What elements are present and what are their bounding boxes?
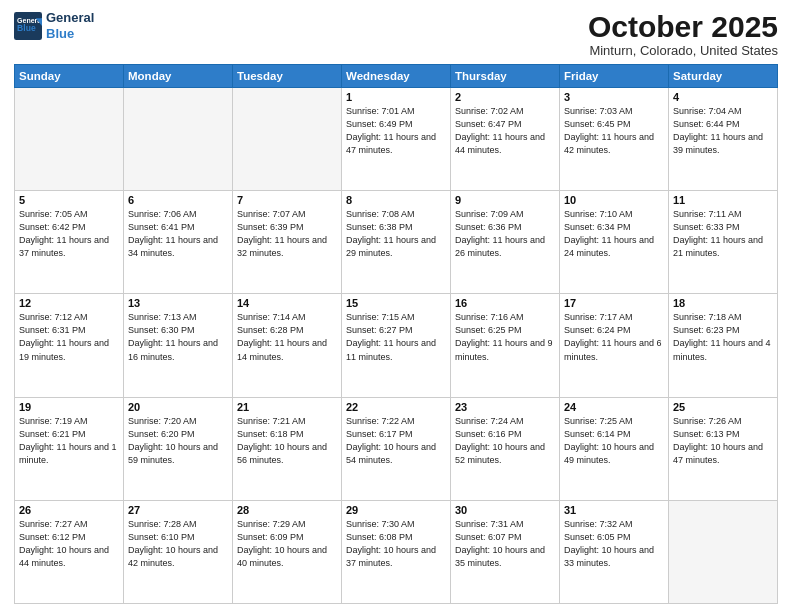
day-number: 28 — [237, 504, 337, 516]
weekday-header: Wednesday — [342, 65, 451, 88]
calendar-cell: 18Sunrise: 7:18 AMSunset: 6:23 PMDayligh… — [669, 294, 778, 397]
calendar-cell: 26Sunrise: 7:27 AMSunset: 6:12 PMDayligh… — [15, 500, 124, 603]
day-info: Sunrise: 7:19 AMSunset: 6:21 PMDaylight:… — [19, 415, 119, 467]
weekday-header: Friday — [560, 65, 669, 88]
day-number: 31 — [564, 504, 664, 516]
page: General Blue General Blue October 2025 M… — [0, 0, 792, 612]
day-info: Sunrise: 7:09 AMSunset: 6:36 PMDaylight:… — [455, 208, 555, 260]
day-info: Sunrise: 7:29 AMSunset: 6:09 PMDaylight:… — [237, 518, 337, 570]
svg-text:Blue: Blue — [17, 23, 36, 33]
calendar-week-row: 1Sunrise: 7:01 AMSunset: 6:49 PMDaylight… — [15, 88, 778, 191]
logo-icon: General Blue — [14, 12, 42, 40]
title-block: October 2025 Minturn, Colorado, United S… — [588, 10, 778, 58]
day-info: Sunrise: 7:27 AMSunset: 6:12 PMDaylight:… — [19, 518, 119, 570]
day-number: 20 — [128, 401, 228, 413]
weekday-header: Tuesday — [233, 65, 342, 88]
day-info: Sunrise: 7:25 AMSunset: 6:14 PMDaylight:… — [564, 415, 664, 467]
weekday-header: Sunday — [15, 65, 124, 88]
calendar-cell: 8Sunrise: 7:08 AMSunset: 6:38 PMDaylight… — [342, 191, 451, 294]
day-number: 16 — [455, 297, 555, 309]
day-number: 15 — [346, 297, 446, 309]
calendar-week-row: 19Sunrise: 7:19 AMSunset: 6:21 PMDayligh… — [15, 397, 778, 500]
calendar-week-row: 26Sunrise: 7:27 AMSunset: 6:12 PMDayligh… — [15, 500, 778, 603]
day-info: Sunrise: 7:32 AMSunset: 6:05 PMDaylight:… — [564, 518, 664, 570]
calendar-cell: 24Sunrise: 7:25 AMSunset: 6:14 PMDayligh… — [560, 397, 669, 500]
calendar-cell: 9Sunrise: 7:09 AMSunset: 6:36 PMDaylight… — [451, 191, 560, 294]
calendar-cell: 14Sunrise: 7:14 AMSunset: 6:28 PMDayligh… — [233, 294, 342, 397]
day-info: Sunrise: 7:13 AMSunset: 6:30 PMDaylight:… — [128, 311, 228, 363]
calendar-cell: 21Sunrise: 7:21 AMSunset: 6:18 PMDayligh… — [233, 397, 342, 500]
day-info: Sunrise: 7:07 AMSunset: 6:39 PMDaylight:… — [237, 208, 337, 260]
day-info: Sunrise: 7:04 AMSunset: 6:44 PMDaylight:… — [673, 105, 773, 157]
day-info: Sunrise: 7:01 AMSunset: 6:49 PMDaylight:… — [346, 105, 446, 157]
location: Minturn, Colorado, United States — [588, 43, 778, 58]
calendar-cell: 31Sunrise: 7:32 AMSunset: 6:05 PMDayligh… — [560, 500, 669, 603]
header: General Blue General Blue October 2025 M… — [14, 10, 778, 58]
calendar-cell — [15, 88, 124, 191]
calendar-cell: 4Sunrise: 7:04 AMSunset: 6:44 PMDaylight… — [669, 88, 778, 191]
day-info: Sunrise: 7:06 AMSunset: 6:41 PMDaylight:… — [128, 208, 228, 260]
day-info: Sunrise: 7:08 AMSunset: 6:38 PMDaylight:… — [346, 208, 446, 260]
calendar-cell: 23Sunrise: 7:24 AMSunset: 6:16 PMDayligh… — [451, 397, 560, 500]
day-info: Sunrise: 7:21 AMSunset: 6:18 PMDaylight:… — [237, 415, 337, 467]
day-number: 7 — [237, 194, 337, 206]
day-info: Sunrise: 7:10 AMSunset: 6:34 PMDaylight:… — [564, 208, 664, 260]
calendar-cell: 17Sunrise: 7:17 AMSunset: 6:24 PMDayligh… — [560, 294, 669, 397]
calendar-cell: 3Sunrise: 7:03 AMSunset: 6:45 PMDaylight… — [560, 88, 669, 191]
day-number: 6 — [128, 194, 228, 206]
day-number: 27 — [128, 504, 228, 516]
calendar-cell: 19Sunrise: 7:19 AMSunset: 6:21 PMDayligh… — [15, 397, 124, 500]
day-info: Sunrise: 7:03 AMSunset: 6:45 PMDaylight:… — [564, 105, 664, 157]
day-number: 8 — [346, 194, 446, 206]
day-number: 3 — [564, 91, 664, 103]
calendar-cell: 5Sunrise: 7:05 AMSunset: 6:42 PMDaylight… — [15, 191, 124, 294]
day-number: 4 — [673, 91, 773, 103]
calendar-cell — [233, 88, 342, 191]
calendar-cell: 11Sunrise: 7:11 AMSunset: 6:33 PMDayligh… — [669, 191, 778, 294]
weekday-header: Thursday — [451, 65, 560, 88]
calendar-cell: 12Sunrise: 7:12 AMSunset: 6:31 PMDayligh… — [15, 294, 124, 397]
calendar-cell: 6Sunrise: 7:06 AMSunset: 6:41 PMDaylight… — [124, 191, 233, 294]
day-info: Sunrise: 7:15 AMSunset: 6:27 PMDaylight:… — [346, 311, 446, 363]
day-number: 11 — [673, 194, 773, 206]
day-info: Sunrise: 7:31 AMSunset: 6:07 PMDaylight:… — [455, 518, 555, 570]
logo-text: General Blue — [46, 10, 94, 41]
day-info: Sunrise: 7:18 AMSunset: 6:23 PMDaylight:… — [673, 311, 773, 363]
calendar-cell: 7Sunrise: 7:07 AMSunset: 6:39 PMDaylight… — [233, 191, 342, 294]
calendar-cell — [669, 500, 778, 603]
calendar-cell: 13Sunrise: 7:13 AMSunset: 6:30 PMDayligh… — [124, 294, 233, 397]
day-number: 2 — [455, 91, 555, 103]
calendar-cell: 20Sunrise: 7:20 AMSunset: 6:20 PMDayligh… — [124, 397, 233, 500]
day-info: Sunrise: 7:05 AMSunset: 6:42 PMDaylight:… — [19, 208, 119, 260]
day-number: 5 — [19, 194, 119, 206]
calendar-cell: 22Sunrise: 7:22 AMSunset: 6:17 PMDayligh… — [342, 397, 451, 500]
calendar-cell: 27Sunrise: 7:28 AMSunset: 6:10 PMDayligh… — [124, 500, 233, 603]
calendar-cell: 25Sunrise: 7:26 AMSunset: 6:13 PMDayligh… — [669, 397, 778, 500]
calendar-cell: 30Sunrise: 7:31 AMSunset: 6:07 PMDayligh… — [451, 500, 560, 603]
calendar-week-row: 5Sunrise: 7:05 AMSunset: 6:42 PMDaylight… — [15, 191, 778, 294]
calendar-cell: 28Sunrise: 7:29 AMSunset: 6:09 PMDayligh… — [233, 500, 342, 603]
day-number: 9 — [455, 194, 555, 206]
weekday-header: Saturday — [669, 65, 778, 88]
day-number: 19 — [19, 401, 119, 413]
day-info: Sunrise: 7:02 AMSunset: 6:47 PMDaylight:… — [455, 105, 555, 157]
calendar-cell: 16Sunrise: 7:16 AMSunset: 6:25 PMDayligh… — [451, 294, 560, 397]
day-info: Sunrise: 7:30 AMSunset: 6:08 PMDaylight:… — [346, 518, 446, 570]
day-info: Sunrise: 7:28 AMSunset: 6:10 PMDaylight:… — [128, 518, 228, 570]
day-number: 22 — [346, 401, 446, 413]
calendar-cell — [124, 88, 233, 191]
day-number: 17 — [564, 297, 664, 309]
day-info: Sunrise: 7:17 AMSunset: 6:24 PMDaylight:… — [564, 311, 664, 363]
logo-line1: General — [46, 10, 94, 25]
day-info: Sunrise: 7:22 AMSunset: 6:17 PMDaylight:… — [346, 415, 446, 467]
day-number: 21 — [237, 401, 337, 413]
day-number: 10 — [564, 194, 664, 206]
day-info: Sunrise: 7:11 AMSunset: 6:33 PMDaylight:… — [673, 208, 773, 260]
day-info: Sunrise: 7:16 AMSunset: 6:25 PMDaylight:… — [455, 311, 555, 363]
day-number: 13 — [128, 297, 228, 309]
day-number: 12 — [19, 297, 119, 309]
calendar-week-row: 12Sunrise: 7:12 AMSunset: 6:31 PMDayligh… — [15, 294, 778, 397]
day-number: 23 — [455, 401, 555, 413]
day-info: Sunrise: 7:14 AMSunset: 6:28 PMDaylight:… — [237, 311, 337, 363]
day-number: 25 — [673, 401, 773, 413]
